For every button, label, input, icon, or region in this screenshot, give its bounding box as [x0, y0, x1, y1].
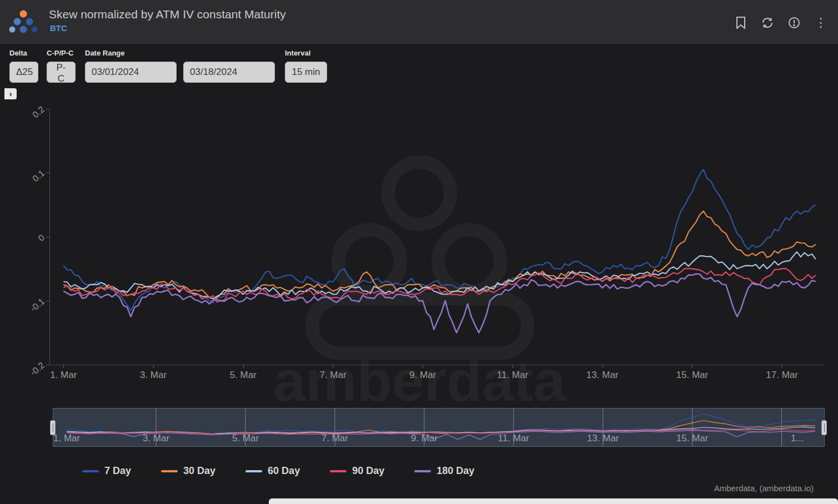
delta-select[interactable]: Δ25 [9, 62, 38, 83]
legend-item-90-day[interactable]: 90 Day [330, 465, 384, 477]
legend-label: 60 Day [268, 465, 300, 477]
navigator-axis-label: 5. Mar [223, 433, 268, 444]
legend-item-30-day[interactable]: 30 Day [161, 465, 215, 477]
legend-label: 90 Day [352, 465, 384, 477]
x-axis-label: 7. Mar [308, 370, 358, 381]
header-actions: ⋮ [734, 16, 828, 30]
y-axis-label: -0.1 [14, 296, 47, 325]
y-axis-label: 0.2 [14, 104, 47, 133]
call-put-control: C-P/P-C P-C [47, 49, 76, 84]
x-axis-label: 9. Mar [398, 370, 448, 381]
navigator-handle-right[interactable] [821, 420, 827, 435]
interval-control: Interval 15 min [285, 49, 327, 83]
delta-control: Delta Δ25 [9, 49, 38, 83]
refresh-icon[interactable] [760, 16, 775, 30]
legend-label: 180 Day [436, 465, 474, 477]
x-axis-label: 13. Mar [578, 370, 628, 381]
series-line-30-day[interactable] [63, 211, 816, 299]
app-window: Skew normalized by ATM IV constant Matur… [0, 0, 838, 504]
series-line-60-day[interactable] [63, 252, 816, 299]
x-axis-label: 11. Mar [488, 370, 538, 381]
y-axis-label: 0 [14, 233, 47, 261]
navigator-axis-label: 13. Mar [581, 433, 625, 444]
interval-select[interactable]: 15 min [285, 62, 327, 83]
range-navigator[interactable]: 1. Mar3. Mar5. Mar7. Mar9. Mar11. Mar13.… [53, 408, 825, 447]
page-title: Skew normalized by ATM IV constant Matur… [49, 8, 286, 21]
navigator-axis-label: 9. Mar [402, 433, 446, 444]
legend-label: 30 Day [183, 465, 215, 477]
x-axis-label: 15. Mar [667, 370, 717, 381]
x-axis-label: 17. Mar [757, 370, 807, 381]
main-chart-plot[interactable] [50, 109, 825, 365]
date-from-input[interactable] [85, 62, 177, 83]
sidebar-expand-toggle[interactable]: › [4, 88, 17, 99]
y-axis-label: 0.1 [14, 168, 47, 197]
credits-link[interactable]: Amberdata, (amberdata.io) [714, 483, 814, 493]
chart-area: amberdata 0.20.10-0.1-0.2 1. Mar3. Mar5.… [0, 103, 838, 397]
header-bar: Skew normalized by ATM IV constant Matur… [0, 0, 838, 44]
alert-icon[interactable] [787, 16, 801, 30]
legend-color-dash [82, 470, 99, 472]
call-put-label: C-P/P-C [47, 49, 76, 57]
navigator-axis-label: 1... [775, 433, 820, 444]
asset-label: BTC [50, 23, 67, 33]
legend-label: 7 Day [104, 465, 131, 477]
navigator-handle-left[interactable] [50, 420, 56, 435]
legend-color-dash [245, 470, 262, 472]
call-put-select[interactable]: P-C [47, 62, 76, 83]
legend-color-dash [414, 470, 431, 472]
x-axis-label: 1. Mar [38, 370, 88, 381]
date-range-control: Date Range [85, 49, 275, 83]
legend-item-180-day[interactable]: 180 Day [414, 465, 474, 477]
date-range-label: Date Range [85, 49, 275, 57]
interval-label: Interval [285, 49, 327, 57]
legend-color-dash [161, 470, 178, 472]
navigator-axis-label: 15. Mar [670, 433, 715, 444]
bookmark-icon[interactable] [734, 16, 748, 30]
x-axis-label: 3. Mar [128, 370, 178, 381]
delta-label: Delta [9, 49, 38, 57]
navigator-axis-label: 3. Mar [134, 433, 178, 444]
legend-item-7-day[interactable]: 7 Day [82, 465, 131, 477]
navigator-axis-label: 11. Mar [491, 433, 536, 444]
kebab-menu-icon[interactable]: ⋮ [814, 16, 828, 30]
navigator-axis-label: 7. Mar [313, 433, 357, 444]
x-axis-label: 5. Mar [218, 370, 268, 381]
amberdata-logo [9, 9, 38, 37]
legend-item-60-day[interactable]: 60 Day [245, 465, 300, 477]
x-axis-line [49, 365, 825, 365]
date-to-input[interactable] [183, 62, 275, 83]
bottom-strip [269, 498, 838, 504]
chart-legend: 7 Day30 Day60 Day90 Day180 Day [82, 465, 474, 477]
legend-color-dash [330, 470, 347, 472]
